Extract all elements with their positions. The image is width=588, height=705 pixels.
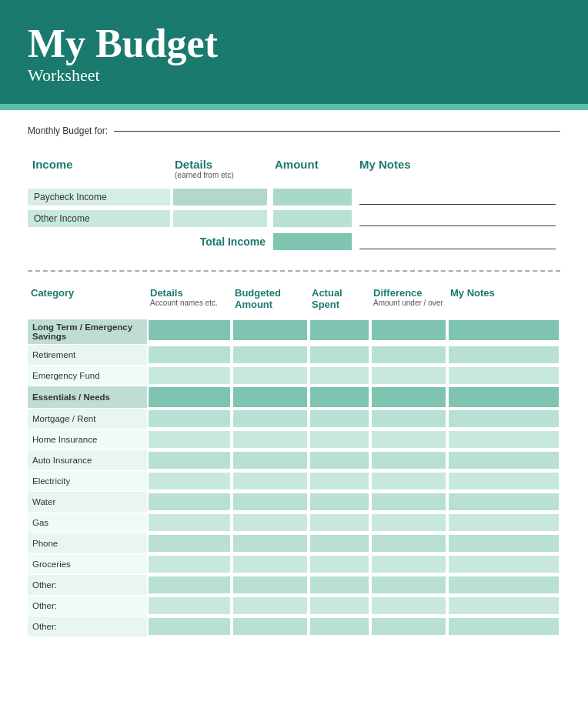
income-row-paycheck-details[interactable]: [170, 189, 270, 205]
row-actual-water[interactable]: [310, 493, 369, 510]
row-diff-water[interactable]: [372, 493, 446, 510]
row-actual-essentials[interactable]: [310, 387, 369, 407]
row-actual-phone[interactable]: [310, 535, 369, 552]
page-subtitle: Worksheet: [28, 65, 560, 85]
row-notes-essentials[interactable]: [449, 387, 559, 407]
row-details-other2[interactable]: [149, 597, 230, 614]
row-notes-electricity[interactable]: [449, 473, 559, 489]
row-details-emergency-savings[interactable]: [149, 320, 230, 340]
row-notes-other1[interactable]: [449, 576, 559, 593]
row-actual-electricity[interactable]: [310, 473, 369, 489]
row-notes-other2[interactable]: [449, 597, 559, 614]
row-budgeted-emergency-savings[interactable]: [233, 320, 307, 340]
row-details-phone[interactable]: [149, 535, 230, 552]
row-budgeted-retirement[interactable]: [233, 346, 307, 363]
bdetails-col-header: Details Account names etc.: [147, 284, 232, 316]
row-budgeted-other3[interactable]: [233, 618, 307, 635]
row-diff-efund[interactable]: [372, 367, 446, 384]
row-diff-essentials[interactable]: [372, 387, 446, 407]
row-notes-mortgage[interactable]: [449, 410, 559, 427]
row-details-home-ins[interactable]: [149, 431, 230, 448]
amount-col-header: Amount: [270, 155, 355, 185]
row-notes-water[interactable]: [449, 493, 559, 510]
row-diff-gas[interactable]: [372, 514, 446, 531]
row-diff-other3[interactable]: [372, 618, 446, 635]
row-diff-groceries[interactable]: [372, 556, 446, 573]
row-label-electricity: Electricity: [28, 471, 147, 491]
row-actual-other3[interactable]: [310, 618, 369, 635]
row-diff-other1[interactable]: [372, 576, 446, 593]
row-actual-gas[interactable]: [310, 514, 369, 531]
row-details-other1[interactable]: [149, 576, 230, 593]
row-notes-retirement[interactable]: [449, 346, 559, 363]
row-notes-home-ins[interactable]: [449, 431, 559, 448]
row-budgeted-gas[interactable]: [233, 514, 307, 531]
row-diff-phone[interactable]: [372, 535, 446, 552]
total-income-amount[interactable]: [270, 233, 355, 250]
row-notes-other3[interactable]: [449, 618, 559, 635]
row-notes-efund[interactable]: [449, 367, 559, 384]
row-diff-other2[interactable]: [372, 597, 446, 614]
row-actual-emergency-savings[interactable]: [310, 320, 369, 340]
actual-col-title: Actual Spent: [312, 287, 367, 310]
row-actual-other1[interactable]: [310, 576, 369, 593]
row-label-retirement: Retirement: [28, 345, 147, 365]
row-diff-mortgage[interactable]: [372, 410, 446, 427]
row-details-gas[interactable]: [149, 514, 230, 531]
row-actual-retirement[interactable]: [310, 346, 369, 363]
monthly-budget-label: Monthly Budget for:: [28, 125, 108, 136]
row-budgeted-efund[interactable]: [233, 367, 307, 384]
row-details-water[interactable]: [149, 493, 230, 510]
row-actual-mortgage[interactable]: [310, 410, 369, 427]
row-diff-auto-ins[interactable]: [372, 452, 446, 469]
row-label-emergency-savings: Long Term / Emergency Savings: [28, 319, 147, 344]
row-diff-emergency-savings[interactable]: [372, 320, 446, 340]
table-row: Home Insurance: [28, 429, 560, 449]
row-details-other3[interactable]: [149, 618, 230, 635]
row-label-other3: Other:: [28, 616, 147, 637]
row-diff-retirement[interactable]: [372, 346, 446, 363]
row-actual-home-ins[interactable]: [310, 431, 369, 448]
row-budgeted-water[interactable]: [233, 493, 307, 510]
table-row: Groceries: [28, 554, 560, 574]
row-budgeted-auto-ins[interactable]: [233, 452, 307, 469]
row-notes-groceries[interactable]: [449, 556, 559, 573]
row-actual-efund[interactable]: [310, 367, 369, 384]
income-row-other-amount[interactable]: [270, 210, 355, 227]
row-notes-gas[interactable]: [449, 514, 559, 531]
row-budgeted-electricity[interactable]: [233, 473, 307, 489]
row-diff-home-ins[interactable]: [372, 431, 446, 448]
row-label-water: Water: [28, 492, 147, 512]
row-budgeted-other2[interactable]: [233, 597, 307, 614]
row-details-auto-ins[interactable]: [149, 452, 230, 469]
row-diff-electricity[interactable]: [372, 473, 446, 489]
row-details-efund[interactable]: [149, 367, 230, 384]
row-notes-emergency-savings[interactable]: [449, 320, 559, 340]
row-label-mortgage: Mortgage / Rent: [28, 409, 147, 429]
row-details-electricity[interactable]: [149, 473, 230, 489]
row-budgeted-essentials[interactable]: [233, 387, 307, 407]
row-notes-auto-ins[interactable]: [449, 452, 559, 469]
table-row: Emergency Fund: [28, 366, 560, 386]
bnotes-col-title: My Notes: [450, 287, 557, 299]
row-label-home-ins: Home Insurance: [28, 429, 147, 449]
row-budgeted-mortgage[interactable]: [233, 410, 307, 427]
income-row-paycheck-amount[interactable]: [270, 189, 355, 205]
page-header: My Budget Worksheet: [0, 0, 588, 104]
row-actual-auto-ins[interactable]: [310, 452, 369, 469]
row-notes-phone[interactable]: [449, 535, 559, 552]
row-label-groceries: Groceries: [28, 554, 147, 574]
row-actual-groceries[interactable]: [310, 556, 369, 573]
row-budgeted-groceries[interactable]: [233, 556, 307, 573]
row-actual-other2[interactable]: [310, 597, 369, 614]
budgeted-col-title: Budgeted Amount: [235, 287, 306, 310]
row-details-essentials[interactable]: [149, 387, 230, 407]
monthly-budget-input-line[interactable]: [114, 131, 560, 132]
row-budgeted-other1[interactable]: [233, 576, 307, 593]
income-row-other-details[interactable]: [170, 210, 270, 227]
row-details-groceries[interactable]: [149, 556, 230, 573]
row-details-mortgage[interactable]: [149, 410, 230, 427]
row-details-retirement[interactable]: [149, 346, 230, 363]
row-budgeted-home-ins[interactable]: [233, 431, 307, 448]
row-budgeted-phone[interactable]: [233, 535, 307, 552]
